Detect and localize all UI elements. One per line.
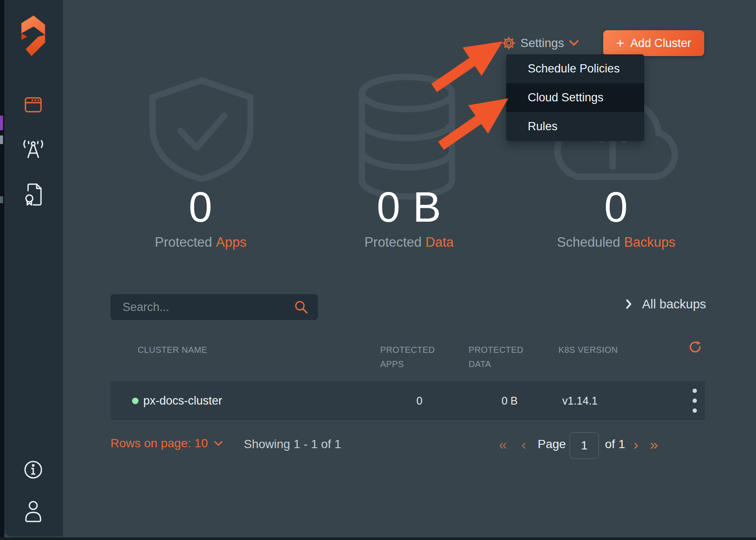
- stat-value: 0: [526, 181, 707, 233]
- shield-check-watermark-icon: [148, 77, 255, 182]
- window-bottom-strip: [0, 537, 756, 540]
- stat-value: 0: [110, 181, 291, 233]
- cell-k8s-version: v1.14.1: [562, 381, 598, 420]
- all-backups-link[interactable]: All backups: [626, 295, 706, 313]
- page-number-input[interactable]: [570, 432, 599, 459]
- settings-dropdown-menu: Schedule Policies Cloud Settings Rules: [506, 54, 644, 141]
- background-window-fragment: [0, 196, 3, 203]
- chevron-down-icon: [214, 441, 223, 446]
- menu-item-rules[interactable]: Rules: [506, 112, 644, 141]
- window-edge-strip: [0, 0, 4, 540]
- refresh-icon[interactable]: [688, 340, 702, 354]
- status-dot: [132, 398, 139, 404]
- stat-protected-apps: 0 ProtectedApps: [110, 181, 291, 250]
- background-window-fragment: [0, 116, 3, 130]
- menu-item-cloud-settings[interactable]: Cloud Settings: [506, 83, 644, 112]
- stat-protected-data: 0 B ProtectedData: [318, 181, 500, 250]
- gear-icon: [502, 37, 515, 50]
- plus-icon: +: [616, 36, 624, 50]
- settings-menu-button[interactable]: Settings: [502, 35, 579, 52]
- search-input[interactable]: [110, 294, 294, 320]
- column-header-protected-apps: PROTECTED APPS: [380, 343, 434, 371]
- settings-label: Settings: [520, 36, 564, 50]
- chevron-right-icon: [626, 299, 632, 309]
- pagination-prev-button[interactable]: ‹: [521, 437, 526, 452]
- info-icon[interactable]: [23, 460, 43, 480]
- add-cluster-button[interactable]: + Add Cluster: [603, 30, 704, 56]
- showing-range-text: Showing 1 - 1 of 1: [244, 437, 341, 451]
- search-box: [110, 294, 318, 320]
- background-window-fragment: [0, 135, 3, 144]
- table-row-px-docs-cluster[interactable]: px-docs-cluster 0 0 B v1.14.1: [110, 381, 705, 420]
- user-profile-icon[interactable]: [25, 499, 41, 524]
- column-header-k8s-version: K8S VERSION: [558, 343, 618, 357]
- px-backup-logo[interactable]: [21, 16, 46, 56]
- pagination-next-button[interactable]: ›: [633, 437, 638, 452]
- cluster-name: px-docs-cluster: [143, 381, 222, 420]
- column-header-protected-data: PROTECTED DATA: [469, 343, 523, 371]
- broadcast-antenna-icon[interactable]: [22, 138, 44, 160]
- menu-item-schedule-policies[interactable]: Schedule Policies: [506, 54, 644, 83]
- page-of-label: of 1: [605, 437, 625, 451]
- column-header-cluster-name: CLUSTER NAME: [138, 343, 208, 357]
- sidebar: [4, 0, 63, 537]
- stat-scheduled-backups: 0 ScheduledBackups: [526, 181, 707, 250]
- pagination-last-button[interactable]: »: [650, 437, 658, 452]
- row-actions-kebab-icon[interactable]: [690, 389, 699, 413]
- license-document-icon[interactable]: [25, 182, 43, 207]
- page-label: Page: [538, 437, 566, 451]
- cell-protected-apps: 0: [416, 381, 422, 420]
- rows-per-page-control[interactable]: Rows on page: 10: [110, 436, 223, 450]
- pagination-first-button[interactable]: «: [499, 437, 507, 452]
- search-icon[interactable]: [294, 300, 309, 314]
- chevron-down-icon: [569, 40, 579, 46]
- apps-window-icon[interactable]: [25, 97, 42, 113]
- cell-protected-data: 0 B: [501, 381, 518, 420]
- stat-value: 0 B: [318, 181, 500, 233]
